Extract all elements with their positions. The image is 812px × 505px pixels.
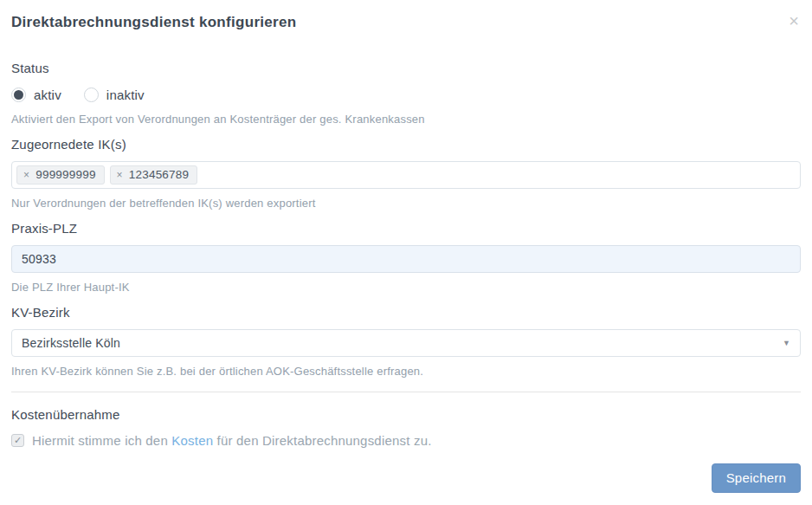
plz-label: Praxis-PLZ	[11, 221, 801, 236]
close-icon[interactable]: ×	[787, 13, 801, 29]
status-radio-group: aktiv inaktiv	[11, 87, 801, 102]
status-help-text: Aktiviert den Export von Verordnungen an…	[11, 113, 801, 126]
radio-label-aktiv: aktiv	[34, 87, 61, 102]
kv-select-wrap: Bezirksstelle Köln ▼	[11, 329, 801, 357]
consent-section: Kostenübernahme ✓ Hiermit stimme ich den…	[11, 407, 801, 448]
tag-remove-icon[interactable]: ×	[117, 170, 123, 180]
iks-label: Zugeornedete IK(s)	[11, 137, 801, 152]
radio-option-aktiv[interactable]: aktiv	[11, 87, 61, 102]
save-button[interactable]: Speichern	[712, 463, 801, 493]
dialog-header: Direktabrechnungsdienst konfigurieren ×	[11, 13, 801, 32]
kv-label: KV-Bezirk	[11, 305, 801, 320]
radio-selected-icon[interactable]	[11, 87, 26, 102]
consent-text-before: Hiermit stimme ich den	[32, 433, 171, 448]
status-label: Status	[11, 61, 49, 75]
kv-select[interactable]: Bezirksstelle Köln	[11, 329, 801, 357]
kosten-link[interactable]: Kosten	[171, 433, 213, 448]
checkbox-checked-icon[interactable]: ✓	[11, 434, 24, 447]
radio-label-inaktiv: inaktiv	[106, 87, 145, 102]
dialog-footer: Speichern	[712, 463, 801, 493]
configure-direct-billing-dialog: Direktabrechnungsdienst konfigurieren × …	[0, 0, 812, 505]
iks-tag-input[interactable]: × 999999999 × 123456789	[11, 161, 801, 189]
kv-help-text: Ihren KV-Bezirk können Sie z.B. bei der …	[11, 365, 801, 378]
consent-text: Hiermit stimme ich den Kosten für den Di…	[32, 433, 432, 448]
plz-section: Praxis-PLZ Die PLZ Ihrer Haupt-IK	[11, 221, 801, 294]
tag-value: 123456789	[129, 168, 189, 181]
page-title: Direktabrechnungsdienst konfigurieren	[11, 13, 296, 32]
iks-section: Zugeornedete IK(s) × 999999999 × 1234567…	[11, 137, 801, 210]
plz-help-text: Die PLZ Ihrer Haupt-IK	[11, 281, 801, 294]
ik-tag: × 123456789	[110, 165, 198, 185]
radio-option-inaktiv[interactable]: inaktiv	[84, 87, 145, 102]
consent-row: ✓ Hiermit stimme ich den Kosten für den …	[11, 433, 801, 448]
section-divider	[11, 392, 801, 392]
tag-value: 999999999	[35, 168, 95, 181]
check-icon: ✓	[14, 436, 22, 445]
plz-input[interactable]	[11, 245, 801, 273]
radio-unselected-icon[interactable]	[84, 87, 99, 102]
consent-label: Kostenübernahme	[11, 407, 120, 422]
tag-remove-icon[interactable]: ×	[23, 170, 29, 180]
consent-text-after: für den Direktabrechnungsdienst zu.	[213, 433, 431, 448]
ik-tag: × 999999999	[16, 165, 105, 185]
kv-section: KV-Bezirk Bezirksstelle Köln ▼ Ihren KV-…	[11, 305, 801, 378]
status-section: Status aktiv inaktiv Aktiviert den Expor…	[11, 61, 801, 126]
iks-help-text: Nur Verordnungen der betreffenden IK(s) …	[11, 197, 801, 210]
kv-selected-value: Bezirksstelle Köln	[22, 336, 120, 350]
